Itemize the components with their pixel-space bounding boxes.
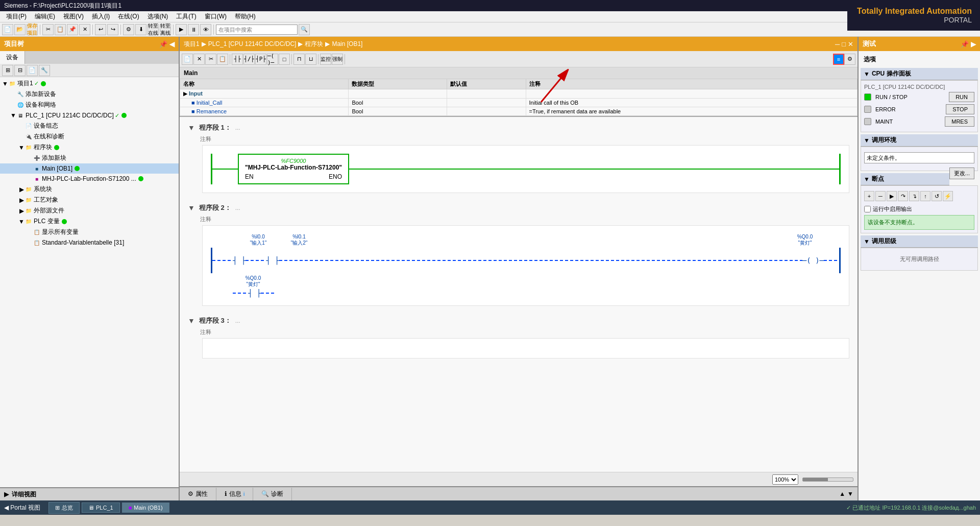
tb-lad-coil[interactable]: ─( )─ — [267, 54, 278, 65]
tree-item-plc-vars[interactable]: ▼ 📁 PLC 变量 — [0, 216, 179, 227]
bottom-up-icon[interactable]: ▲ — [839, 490, 845, 497]
tree-item-fc9000[interactable]: ■ MHJ-PLC-Lab-Function-S71200 ... — [0, 174, 179, 184]
tree-item-tech-objects[interactable]: ▶ 📁 工艺对象 — [0, 195, 179, 205]
tb-copy[interactable]: 📋 — [55, 24, 66, 35]
portal-overview-btn[interactable]: ⊞ 总览 — [48, 502, 80, 514]
menu-help[interactable]: 帮助(H) — [231, 11, 260, 22]
tree-item-project[interactable]: ▼ 📁 项目1 ✓ — [0, 78, 179, 89]
tb-force-all[interactable]: 强制 — [332, 54, 343, 65]
tab-info[interactable]: ℹ 信息 i — [216, 488, 253, 500]
tb-redo[interactable]: ↪ — [107, 24, 118, 35]
bp-enable-output-checkbox[interactable] — [864, 206, 871, 212]
zoom-slider[interactable] — [802, 477, 853, 482]
tb-go-online[interactable]: 转至在线 — [148, 24, 159, 35]
tb-save[interactable]: 保存项目 — [27, 24, 38, 35]
tab-devices[interactable]: 设备 — [0, 51, 25, 64]
call-env-section-header[interactable]: ▼ 调用环境 — [861, 134, 978, 147]
tb-monitor[interactable]: 👁 — [200, 24, 211, 35]
detail-view-header[interactable]: ▶ 详细视图 — [0, 487, 179, 500]
tb-lad-box[interactable]: □ — [279, 54, 290, 65]
tree-item-ext-sources[interactable]: ▶ 📁 外部源文件 — [0, 205, 179, 216]
tree-item-plc[interactable]: ▼ 🖥 PLC_1 [CPU 1214C DC/DC/DC] ✓ — [0, 110, 179, 121]
tb-delete[interactable]: ✕ — [79, 24, 90, 35]
cpu-panel-section-header[interactable]: ▼ CPU 操作面板 — [861, 68, 978, 80]
seg-2-collapse-icon[interactable]: ▼ — [188, 204, 195, 212]
tb-settings[interactable]: ⚙ — [844, 54, 855, 65]
bp-reset-btn[interactable]: ↺ — [932, 191, 942, 201]
bp-run-to-btn[interactable]: ▶ — [887, 191, 897, 201]
stop-button[interactable]: STOP — [946, 104, 974, 114]
tb-paste[interactable]: 📌 — [67, 24, 78, 35]
tb-new[interactable]: 📄 — [2, 24, 13, 35]
tree-item-online-diag[interactable]: 🔌 在线和诊断 — [0, 131, 179, 142]
portal-main-ob1-btn[interactable]: ■ Main (OB1) — [122, 503, 169, 513]
tree-expand-all[interactable]: ⊞ — [2, 65, 13, 76]
bp-step-into-btn[interactable]: ↴ — [909, 191, 919, 201]
tb-open[interactable]: 📂 — [14, 24, 26, 35]
tree-item-sys-blocks[interactable]: ▶ 📁 系统块 — [0, 184, 179, 195]
tree-item-program-blocks[interactable]: ▼ 📁 程序块 — [0, 142, 179, 153]
tb-lad-open-branch[interactable]: ⊓ — [293, 54, 305, 65]
tb-lad-del[interactable]: ✕ — [193, 54, 205, 65]
tb-lad-cut[interactable]: ✂ — [205, 54, 216, 65]
arrow-expand-icon[interactable]: ▶ — [183, 90, 187, 97]
menu-tools[interactable]: 工具(T) — [172, 11, 200, 22]
portal-view-toggle[interactable]: ◀ Portal 视图 — [4, 504, 40, 512]
menu-online[interactable]: 在线(O) — [114, 11, 143, 22]
tree-item-show-all-vars[interactable]: 📋 显示所有变量 — [0, 227, 179, 237]
bp-step-over-btn[interactable]: ↷ — [898, 191, 908, 201]
tb-lad-new-seg[interactable]: 📄 — [182, 54, 193, 65]
tb-compile[interactable]: ⚙ — [123, 24, 134, 35]
tree-item-network[interactable]: 🌐 设备和网络 — [0, 100, 179, 110]
tb-lad-normally-closed[interactable]: ┤/├ — [243, 54, 255, 65]
bp-section-header[interactable]: ▼ 断点 — [861, 173, 949, 185]
tree-expand-icon[interactable]: ◀ — [169, 40, 175, 48]
portal-plc1-btn[interactable]: 🖥 PLC_1 — [82, 503, 120, 513]
menu-window[interactable]: 窗口(W) — [201, 11, 231, 22]
tb-stop[interactable]: ⏸ — [188, 24, 199, 35]
center-maximize-icon[interactable]: □ — [842, 40, 846, 48]
seg-1-collapse-icon[interactable]: ▼ — [188, 124, 195, 132]
tree-collapse-all[interactable]: ⊟ — [14, 65, 26, 76]
tb-monitor-all[interactable]: 监控 — [320, 54, 331, 65]
tree-new[interactable]: 📄 — [27, 65, 38, 76]
bp-add-btn[interactable]: + — [864, 191, 874, 201]
call-condition-input[interactable] — [864, 152, 974, 163]
tree-item-device-config[interactable]: 📄 设备组态 — [0, 121, 179, 131]
change-button[interactable]: 更改... — [949, 168, 974, 179]
tb-lad-pos-edge[interactable]: ┤P├ — [255, 54, 266, 65]
tb-go-offline[interactable]: 转至离线 — [160, 24, 171, 35]
tb-cut[interactable]: ✂ — [42, 24, 54, 35]
tb-toggle-icon[interactable]: ≡ — [833, 54, 844, 65]
run-button[interactable]: RUN — [949, 92, 974, 102]
menu-view[interactable]: 视图(V) — [59, 11, 88, 22]
bp-del-btn[interactable]: ─ — [875, 191, 886, 201]
tb-start[interactable]: ▶ — [176, 24, 187, 35]
tb-undo[interactable]: ↩ — [95, 24, 106, 35]
tree-pin-icon[interactable]: 📌 — [159, 40, 167, 48]
tb-lad-normally-open[interactable]: ┤├ — [232, 54, 243, 65]
tree-item-main-ob1[interactable]: ■ Main [OB1] — [0, 163, 179, 174]
bottom-down-icon[interactable]: ▼ — [847, 490, 853, 497]
zoom-select[interactable]: 100% 75% 125% — [772, 474, 798, 485]
tab-properties[interactable]: ⚙ 属性 — [180, 488, 216, 500]
tree-item-add-device[interactable]: 🔧 添加新设备 — [0, 89, 179, 100]
tb-lad-close-branch[interactable]: ⊔ — [305, 54, 316, 65]
tree-filter[interactable]: 🔧 — [39, 65, 50, 76]
tb-download[interactable]: ⬇ — [135, 24, 146, 35]
tb-lad-copy[interactable]: 📋 — [217, 54, 228, 65]
call-level-section-header[interactable]: ▼ 调用层级 — [861, 235, 978, 248]
seg-3-collapse-icon[interactable]: ▼ — [188, 317, 195, 325]
menu-project[interactable]: 项目(P) — [2, 11, 31, 22]
tree-item-add-block[interactable]: ➕ 添加新块 — [0, 153, 179, 163]
right-expand-icon[interactable]: ▶ — [971, 40, 976, 48]
menu-options[interactable]: 选项(N) — [143, 11, 173, 22]
center-minimize-icon[interactable]: ─ — [835, 40, 840, 48]
search-input[interactable] — [216, 25, 298, 35]
tb-search-btn[interactable]: 🔍 — [299, 24, 310, 35]
tree-item-var-table[interactable]: 📋 Standard-Variablentabelle [31] — [0, 237, 179, 248]
right-pin-icon[interactable]: 📌 — [961, 40, 969, 48]
menu-edit[interactable]: 编辑(E) — [31, 11, 59, 22]
menu-insert[interactable]: 插入(I) — [88, 11, 114, 22]
center-close-icon[interactable]: ✕ — [848, 40, 853, 48]
